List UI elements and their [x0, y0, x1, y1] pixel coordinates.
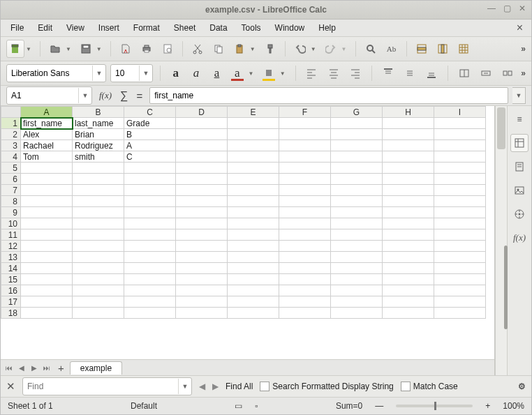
- cell[interactable]: [176, 296, 228, 308]
- menu-help[interactable]: Help: [313, 21, 341, 35]
- chevron-down-icon[interactable]: ▼: [280, 70, 286, 77]
- column-button[interactable]: [434, 40, 452, 58]
- cell[interactable]: [228, 207, 279, 218]
- cell[interactable]: [124, 252, 176, 263]
- cell[interactable]: [383, 129, 434, 140]
- row-header[interactable]: 6: [1, 174, 21, 185]
- find-button[interactable]: [362, 40, 380, 58]
- cell[interactable]: [279, 218, 331, 229]
- cell[interactable]: [383, 241, 434, 252]
- close-icon[interactable]: ✕: [517, 3, 527, 13]
- align-right-button[interactable]: [347, 64, 364, 82]
- cell[interactable]: [331, 163, 383, 174]
- cell[interactable]: [279, 129, 331, 140]
- cell[interactable]: [331, 151, 383, 163]
- cell[interactable]: [73, 207, 124, 218]
- name-box[interactable]: ▼: [6, 86, 92, 105]
- next-sheet-icon[interactable]: ▶: [29, 364, 40, 372]
- cell[interactable]: [434, 185, 486, 196]
- cell[interactable]: [176, 118, 228, 129]
- cell[interactable]: [124, 263, 176, 274]
- cell[interactable]: [21, 163, 73, 174]
- select-all-corner[interactable]: [1, 107, 21, 118]
- cell[interactable]: [73, 185, 124, 196]
- menu-data[interactable]: Data: [204, 21, 232, 35]
- cell[interactable]: [124, 241, 176, 252]
- col-header-D[interactable]: D: [176, 107, 228, 118]
- cell[interactable]: [279, 263, 331, 274]
- add-sheet-button[interactable]: +: [54, 362, 68, 374]
- cell[interactable]: [279, 174, 331, 185]
- align-bottom-button[interactable]: [423, 64, 441, 82]
- cell[interactable]: [279, 296, 331, 308]
- cell[interactable]: [176, 174, 228, 185]
- menu-file[interactable]: File: [5, 21, 29, 35]
- font-size-combo[interactable]: ▼: [110, 64, 153, 82]
- row-header[interactable]: 15: [1, 274, 21, 285]
- cell[interactable]: [21, 308, 73, 319]
- row-header[interactable]: 9: [1, 207, 21, 218]
- match-case-checkbox[interactable]: Match Case: [401, 382, 458, 392]
- chevron-down-icon[interactable]: ▼: [249, 70, 254, 77]
- cell[interactable]: [124, 285, 176, 296]
- wrap-button[interactable]: [455, 64, 473, 82]
- chevron-down-icon[interactable]: ▼: [178, 379, 191, 394]
- gallery-icon[interactable]: [510, 181, 529, 199]
- chevron-down-icon[interactable]: ▼: [66, 46, 71, 52]
- chevron-down-icon[interactable]: ▼: [341, 46, 347, 52]
- zoom-out-icon[interactable]: —: [375, 401, 383, 411]
- functions-icon[interactable]: f(x): [508, 229, 531, 247]
- cell[interactable]: [228, 174, 279, 185]
- cell[interactable]: [124, 308, 176, 319]
- cell[interactable]: [434, 252, 486, 263]
- align-top-button[interactable]: [379, 64, 397, 82]
- chevron-down-icon[interactable]: ▼: [78, 88, 91, 103]
- cell[interactable]: [228, 274, 279, 285]
- cell[interactable]: [228, 241, 279, 252]
- cell[interactable]: [73, 308, 124, 319]
- print-button[interactable]: [138, 40, 156, 58]
- cell[interactable]: [21, 218, 73, 229]
- name-box-input[interactable]: [7, 88, 78, 103]
- cell[interactable]: [228, 151, 279, 163]
- find-next-icon[interactable]: ▶: [212, 382, 219, 391]
- cut-button[interactable]: [189, 40, 207, 58]
- cell[interactable]: [331, 229, 383, 241]
- cell[interactable]: [434, 207, 486, 218]
- cell[interactable]: [279, 163, 331, 174]
- copy-button[interactable]: [209, 40, 228, 58]
- formatted-checkbox[interactable]: Search Formatted Display String: [260, 382, 393, 392]
- font-name-combo[interactable]: ▼: [6, 64, 106, 82]
- cell[interactable]: [21, 274, 73, 285]
- menu-tools[interactable]: Tools: [236, 21, 267, 35]
- cell[interactable]: [434, 118, 486, 129]
- cell[interactable]: [73, 252, 124, 263]
- document-close-icon[interactable]: ×: [512, 22, 527, 34]
- open-button[interactable]: [46, 40, 64, 58]
- cell[interactable]: [228, 196, 279, 207]
- cell[interactable]: [383, 218, 434, 229]
- cell[interactable]: [176, 274, 228, 285]
- cell[interactable]: [124, 196, 176, 207]
- row-header[interactable]: 14: [1, 263, 21, 274]
- zoom-slider[interactable]: [396, 405, 473, 407]
- cell[interactable]: [331, 263, 383, 274]
- cell[interactable]: [434, 308, 486, 319]
- cell[interactable]: [73, 274, 124, 285]
- toolbar-overflow-icon[interactable]: »: [521, 68, 526, 78]
- cell[interactable]: [383, 285, 434, 296]
- row-header[interactable]: 17: [1, 296, 21, 308]
- cell[interactable]: [279, 252, 331, 263]
- cell[interactable]: [331, 241, 383, 252]
- cell[interactable]: [73, 285, 124, 296]
- cell[interactable]: Tom: [21, 151, 73, 163]
- prev-sheet-icon[interactable]: ◀: [16, 364, 27, 372]
- cell[interactable]: [434, 218, 486, 229]
- cell[interactable]: [331, 207, 383, 218]
- font-size-input[interactable]: [111, 66, 139, 81]
- cell[interactable]: [331, 274, 383, 285]
- cell[interactable]: [228, 185, 279, 196]
- cell[interactable]: [383, 263, 434, 274]
- cell[interactable]: B: [124, 129, 176, 140]
- cell[interactable]: [331, 174, 383, 185]
